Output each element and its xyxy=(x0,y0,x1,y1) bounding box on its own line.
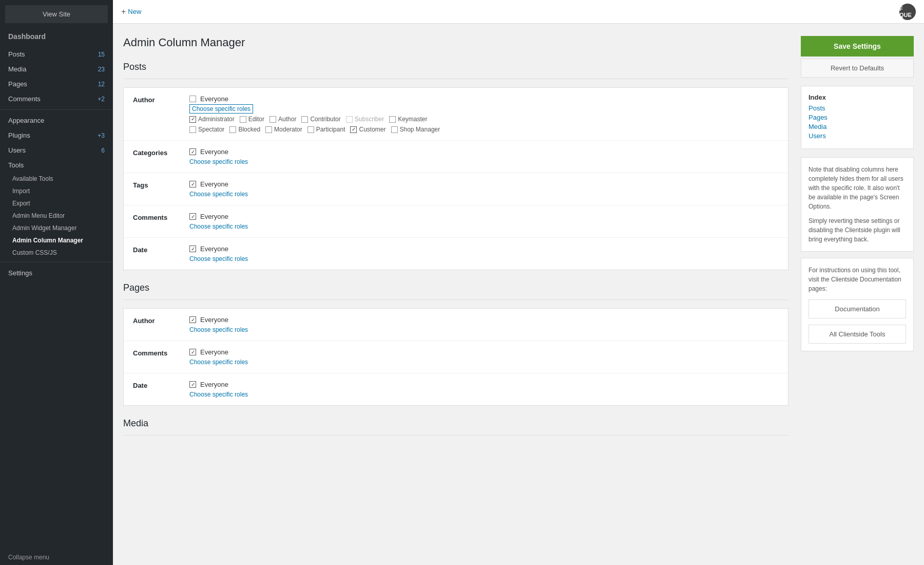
new-button[interactable]: + New xyxy=(121,7,141,16)
save-settings-button[interactable]: Save Settings xyxy=(801,36,914,56)
posts-date-choose-roles-link[interactable]: Choose specific roles xyxy=(189,255,248,262)
role-administrator-checkbox[interactable] xyxy=(189,116,196,123)
categories-choose-roles-link[interactable]: Choose specific roles xyxy=(189,158,248,165)
pages-date-row-label: Date xyxy=(133,381,189,389)
role-customer-checkbox[interactable] xyxy=(350,126,357,133)
pages-badge: 12 xyxy=(98,81,105,88)
sidebar-sub-available-tools[interactable]: Available Tools xyxy=(0,173,113,185)
pages-comments-everyone-row: Everyone xyxy=(189,348,779,356)
role-participant-label: Participant xyxy=(316,126,345,133)
role-editor-label: Editor xyxy=(248,116,264,123)
role-editor-checkbox[interactable] xyxy=(240,116,246,123)
role-participant: Participant xyxy=(307,126,345,133)
pages-author-everyone-label: Everyone xyxy=(200,316,228,324)
sidebar-item-comments[interactable]: Comments +2 xyxy=(0,91,113,106)
posts-block: Author Everyone Choose specific roles xyxy=(123,87,788,270)
role-keymaster-label: Keymaster xyxy=(398,116,427,123)
role-moderator-checkbox[interactable] xyxy=(265,126,272,133)
sidebar: View Site Dashboard Posts 15 Media 23 Pa… xyxy=(0,0,113,565)
author-choose-roles-link[interactable]: Choose specific roles xyxy=(189,104,253,114)
role-blocked-checkbox[interactable] xyxy=(229,126,236,133)
sidebar-item-appearance[interactable]: Appearance xyxy=(0,113,113,128)
doc-section: For instructions on using this tool, vis… xyxy=(801,258,914,351)
posts-comments-row-label: Comments xyxy=(133,213,189,221)
role-keymaster-checkbox[interactable] xyxy=(389,116,396,123)
index-link-posts[interactable]: Posts xyxy=(808,104,906,112)
tags-everyone-checkbox[interactable] xyxy=(189,181,196,187)
plugins-label: Plugins xyxy=(8,131,30,139)
all-clientside-tools-button[interactable]: All Clientside Tools xyxy=(808,325,906,344)
sidebar-sub-admin-column-manager[interactable]: Admin Column Manager xyxy=(0,234,113,247)
pages-date-choose-roles-link[interactable]: Choose specific roles xyxy=(189,391,248,398)
plugins-badge: +3 xyxy=(98,132,105,139)
tags-row-controls: Everyone Choose specific roles xyxy=(189,180,779,198)
view-site-button[interactable]: View Site xyxy=(5,5,108,23)
sidebar-item-plugins[interactable]: Plugins +3 xyxy=(0,128,113,143)
posts-section-title: Posts xyxy=(123,62,788,79)
index-link-users[interactable]: Users xyxy=(808,132,906,140)
pages-date-everyone-checkbox[interactable] xyxy=(189,381,196,388)
topbar: + New F QUE xyxy=(113,0,924,24)
sidebar-item-posts[interactable]: Posts 15 xyxy=(0,47,113,62)
pages-block: Author Everyone Choose specific roles Co… xyxy=(123,308,788,406)
pages-comments-everyone-label: Everyone xyxy=(200,348,228,356)
author-everyone-row: Everyone xyxy=(189,95,779,103)
doc-intro: For instructions on using this tool, vis… xyxy=(808,266,906,293)
media-section: Media xyxy=(123,418,788,436)
index-link-pages[interactable]: Pages xyxy=(808,114,906,121)
categories-row-label: Categories xyxy=(133,148,189,157)
revert-defaults-button[interactable]: Revert to Defaults xyxy=(801,59,914,78)
role-subscriber-label: Subscriber xyxy=(355,116,384,123)
sidebar-item-media[interactable]: Media 23 xyxy=(0,62,113,77)
sidebar-nav: Posts 15 Media 23 Pages 12 Comments +2 A… xyxy=(0,47,113,280)
role-spectator-label: Spectator xyxy=(198,126,224,133)
media-badge: 23 xyxy=(98,66,105,73)
sidebar-sub-custom-css-js[interactable]: Custom CSS/JS xyxy=(0,247,113,259)
pages-comments-everyone-checkbox[interactable] xyxy=(189,349,196,355)
pages-comments-choose-roles-link[interactable]: Choose specific roles xyxy=(189,359,248,366)
role-shop-manager: Shop Manager xyxy=(391,126,440,133)
pages-author-everyone-checkbox[interactable] xyxy=(189,316,196,323)
role-contributor-checkbox[interactable] xyxy=(301,116,308,123)
role-spectator-checkbox[interactable] xyxy=(189,126,196,133)
index-section: Index Posts Pages Media Users xyxy=(801,86,914,149)
tags-choose-roles-link[interactable]: Choose specific roles xyxy=(189,191,248,198)
sidebar-item-users[interactable]: Users 6 xyxy=(0,143,113,158)
users-badge: 6 xyxy=(101,147,105,154)
role-author-checkbox[interactable] xyxy=(270,116,276,123)
media-label: Media xyxy=(8,65,26,73)
role-author-label: Author xyxy=(278,116,296,123)
author-everyone-checkbox[interactable] xyxy=(189,96,196,102)
index-title: Index xyxy=(808,93,906,101)
collapse-menu[interactable]: Collapse menu xyxy=(0,550,113,565)
sidebar-item-settings[interactable]: Settings xyxy=(0,266,113,280)
user-avatar[interactable]: F QUE xyxy=(899,4,916,20)
posts-date-row-label: Date xyxy=(133,245,189,254)
note-section: Note that disabling columns here complet… xyxy=(801,157,914,252)
role-moderator-label: Moderator xyxy=(274,126,302,133)
role-participant-checkbox[interactable] xyxy=(307,126,314,133)
sidebar-item-pages[interactable]: Pages 12 xyxy=(0,77,113,91)
sidebar-item-tools[interactable]: Tools xyxy=(0,158,113,173)
documentation-button[interactable]: Documentation xyxy=(808,299,906,318)
pages-author-choose-roles-link[interactable]: Choose specific roles xyxy=(189,326,248,333)
role-subscriber-checkbox[interactable] xyxy=(346,116,353,123)
pages-label: Pages xyxy=(8,80,27,88)
posts-comments-choose-roles-link[interactable]: Choose specific roles xyxy=(189,223,248,230)
sidebar-sub-admin-menu-editor[interactable]: Admin Menu Editor xyxy=(0,210,113,222)
role-contributor-label: Contributor xyxy=(310,116,340,123)
categories-row-controls: Everyone Choose specific roles xyxy=(189,148,779,165)
categories-everyone-checkbox[interactable] xyxy=(189,148,196,155)
author-everyone-label: Everyone xyxy=(200,95,228,103)
posts-date-everyone-checkbox[interactable] xyxy=(189,246,196,252)
sidebar-sub-admin-widget-manager[interactable]: Admin Widget Manager xyxy=(0,222,113,234)
posts-comments-everyone-checkbox[interactable] xyxy=(189,213,196,220)
tags-everyone-row: Everyone xyxy=(189,180,779,188)
dashboard-label: Dashboard xyxy=(0,28,113,45)
role-keymaster: Keymaster xyxy=(389,116,427,123)
role-shop-manager-checkbox[interactable] xyxy=(391,126,398,133)
sidebar-sub-import[interactable]: Import xyxy=(0,185,113,197)
sidebar-sub-export[interactable]: Export xyxy=(0,197,113,210)
categories-everyone-label: Everyone xyxy=(200,148,228,156)
index-link-media[interactable]: Media xyxy=(808,123,906,130)
